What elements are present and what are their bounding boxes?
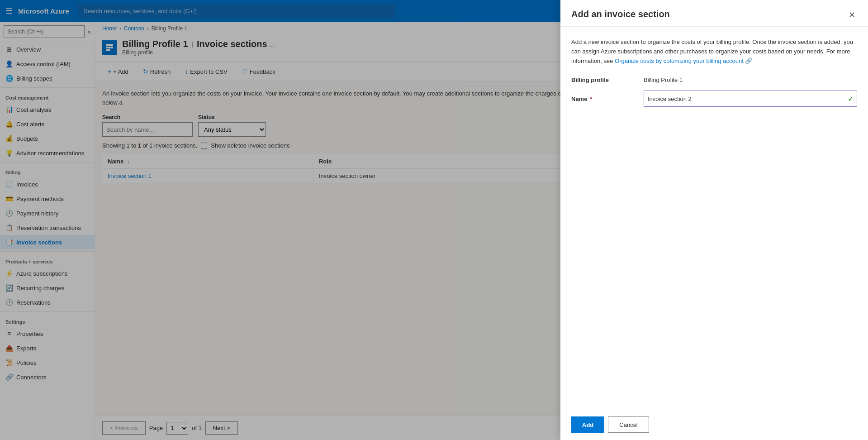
billing-profile-value: Billing Profile 1 bbox=[644, 77, 683, 83]
name-label: Name * bbox=[571, 96, 644, 102]
name-input-wrapper: ✓ bbox=[644, 91, 857, 107]
billing-profile-field: Billing profile Billing Profile 1 bbox=[571, 77, 857, 83]
name-input[interactable] bbox=[644, 91, 857, 107]
organize-costs-link[interactable]: Organize costs by cutomizing your billin… bbox=[615, 57, 752, 64]
side-panel-close-button[interactable]: ✕ bbox=[847, 9, 857, 21]
side-panel-header: Add an invoice section ✕ bbox=[560, 0, 868, 27]
name-field: Name * ✓ bbox=[571, 91, 857, 107]
side-panel-title: Add an invoice section bbox=[571, 9, 670, 19]
side-panel-body: Add a new invoice section to organize th… bbox=[560, 27, 868, 409]
cancel-button[interactable]: Cancel bbox=[608, 416, 649, 433]
required-indicator: * bbox=[590, 96, 592, 102]
billing-profile-label: Billing profile bbox=[571, 77, 644, 83]
side-panel-description: Add a new invoice section to organize th… bbox=[571, 38, 857, 66]
add-invoice-section-button[interactable]: Add bbox=[571, 416, 604, 433]
side-panel-footer: Add Cancel bbox=[560, 409, 868, 440]
side-panel: Add an invoice section ✕ Add a new invoi… bbox=[560, 0, 868, 440]
input-check-icon: ✓ bbox=[848, 95, 854, 103]
